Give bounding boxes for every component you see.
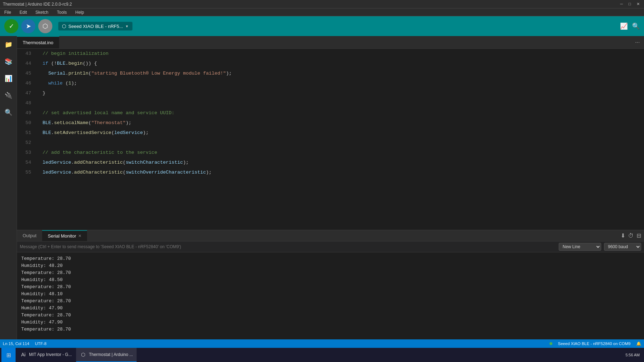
serial-output-line: Humidity: 47.90 — [21, 305, 640, 312]
status-dot — [550, 342, 552, 345]
tab-output[interactable]: Output — [17, 230, 42, 241]
code-line-43: 43 // begin initialization — [17, 49, 644, 59]
serial-output-line: Temperature: 28.70 — [21, 255, 640, 262]
tab-label: Thermostat.ino — [23, 40, 53, 45]
mit-app-label: MIT App Inventor - G... — [29, 352, 72, 357]
left-sidebar: 📁 📚 📊 🔌 🔍 — [0, 36, 17, 339]
board-dropdown-arrow: ▼ — [125, 24, 129, 28]
menu-bar: File Edit Sketch Tools Help — [0, 8, 644, 16]
arduino-app-icon: ⬡ — [80, 351, 87, 358]
code-line-45: 45 Serial.println("starting Bluetooth® L… — [17, 69, 644, 78]
mit-app-icon: Ai — [20, 351, 27, 358]
status-board[interactable]: Seeed XIAO BLE - nRF52840 on COM9 — [558, 341, 631, 346]
panel-clock-button[interactable]: ⏱ — [628, 233, 634, 239]
menu-sketch[interactable]: Sketch — [34, 9, 50, 16]
sidebar-icon-search[interactable]: 🔍 — [3, 107, 14, 118]
taskbar-app-mit[interactable]: Ai MIT App Inventor - G... — [16, 348, 75, 362]
close-button[interactable]: ✕ — [635, 2, 641, 6]
serial-output-line: Temperature: 28.70 — [21, 326, 640, 333]
code-editor[interactable]: 43 // begin initialization 44 if (!BLE.b… — [17, 49, 644, 230]
serial-output-line: Temperature: 28.70 — [21, 312, 640, 319]
debug-button[interactable]: ⬡ — [38, 19, 52, 33]
message-input[interactable] — [20, 244, 556, 249]
taskbar-right: 5:56 AM — [626, 353, 643, 357]
bottom-panel: Output Serial Monitor ✕ ⬇ ⏱ ⊟ No Line En… — [17, 230, 644, 339]
notification-icon: 🔔 — [636, 341, 641, 346]
panel-clear-button[interactable]: ⊟ — [637, 232, 641, 239]
code-line-52: 52 — [17, 138, 644, 148]
serial-output-line: Humidity: 47.90 — [21, 319, 640, 326]
upload-button[interactable]: ➤ — [21, 19, 35, 33]
serial-output-line: Humidity: 48.10 — [21, 291, 640, 298]
serial-monitor-close-button[interactable]: ✕ — [78, 234, 81, 238]
windows-icon: ⊞ — [6, 352, 11, 358]
status-position: Ln 15, Col 114 — [3, 341, 29, 346]
code-line-50: 50 BLE.setLocalName("Thermostat"); — [17, 118, 644, 128]
serial-monitor-area: No Line EndingNew LineCarriage ReturnBot… — [17, 241, 644, 339]
toolbar-right: 📈 🔍 — [620, 22, 640, 30]
panel-tabs: Output Serial Monitor ✕ ⬇ ⏱ ⊟ — [17, 230, 644, 241]
code-line-44: 44 if (!BLE.begin()) { — [17, 59, 644, 69]
serial-output[interactable]: Temperature: 28.70Humidity: 48.20Tempera… — [17, 252, 644, 339]
serial-output-line: Temperature: 28.70 — [21, 269, 640, 276]
chip-icon: ⬡ — [62, 23, 66, 29]
code-line-49: 49 // set advertised local name and serv… — [17, 108, 644, 118]
taskbar-app-arduino[interactable]: ⬡ Thermostat | Arduino ... — [76, 348, 137, 362]
tab-more-button[interactable]: ··· — [631, 36, 644, 48]
tab-bar: Thermostat.ino ··· — [17, 36, 644, 49]
line-ending-select[interactable]: No Line EndingNew LineCarriage ReturnBot… — [559, 243, 601, 251]
maximize-button[interactable]: □ — [627, 2, 632, 6]
status-encoding: UTF-8 — [35, 341, 47, 346]
code-line-55: 55 ledService.addCharacteristic(switchOv… — [17, 168, 644, 177]
board-selector[interactable]: ⬡ Seeed XIAO BLE - nRF5... ▼ — [58, 22, 133, 31]
editor-container: Thermostat.ino ··· 43 // begin initializ… — [17, 36, 644, 339]
code-line-54: 54 ledService.addCharacteristic(switchCh… — [17, 158, 644, 168]
title-text: Thermostat | Arduino IDE 2.0.0-rc9.2 — [3, 2, 619, 7]
code-line-51: 51 BLE.setAdvertisedService(ledService); — [17, 128, 644, 138]
baud-rate-select[interactable]: 300 baud1200 baud2400 baud4800 baud9600 … — [604, 243, 641, 251]
menu-edit[interactable]: Edit — [18, 9, 28, 16]
tab-serial-monitor[interactable]: Serial Monitor ✕ — [42, 230, 87, 241]
serial-plot-button[interactable]: 📈 — [620, 22, 628, 30]
arduino-app-label: Thermostat | Arduino ... — [89, 352, 133, 357]
tab-thermostat[interactable]: Thermostat.ino — [17, 36, 59, 48]
output-tab-label: Output — [23, 233, 36, 238]
menu-file[interactable]: File — [3, 9, 12, 16]
serial-monitor-tab-label: Serial Monitor — [48, 233, 76, 239]
start-button[interactable]: ⊞ — [1, 348, 16, 362]
sidebar-icon-book[interactable]: 📚 — [3, 56, 14, 67]
message-input-bar: No Line EndingNew LineCarriage ReturnBot… — [17, 241, 644, 252]
serial-output-line: Temperature: 28.70 — [21, 284, 640, 291]
board-name: Seeed XIAO BLE - nRF5... — [68, 24, 123, 29]
serial-output-line: Humidity: 48.50 — [21, 276, 640, 284]
minimize-button[interactable]: ─ — [619, 2, 625, 6]
main-area: 📁 📚 📊 🔌 🔍 Thermostat.ino ··· 43 // begin… — [0, 36, 644, 339]
code-line-48: 48 — [17, 98, 644, 108]
sidebar-icon-chart[interactable]: 📊 — [3, 73, 14, 84]
sidebar-icon-plug[interactable]: 🔌 — [3, 90, 14, 101]
serial-output-line: Temperature: 28.70 — [21, 298, 640, 305]
taskbar-time: 5:56 AM — [626, 353, 640, 357]
code-line-47: 47 } — [17, 88, 644, 98]
status-bar: Ln 15, Col 114 UTF-8 Seeed XIAO BLE - nR… — [0, 339, 644, 348]
panel-expand-button[interactable]: ⬇ — [621, 232, 625, 239]
menu-tools[interactable]: Tools — [56, 9, 68, 16]
title-bar: Thermostat | Arduino IDE 2.0.0-rc9.2 ─ □… — [0, 0, 644, 8]
toolbar: ✓ ➤ ⬡ ⬡ Seeed XIAO BLE - nRF5... ▼ 📈 🔍 — [0, 16, 644, 36]
menu-help[interactable]: Help — [74, 9, 86, 16]
code-line-46: 46 while (1); — [17, 78, 644, 88]
code-line-53: 53 // add the characteristic to the serv… — [17, 148, 644, 158]
sidebar-icon-folder[interactable]: 📁 — [3, 39, 14, 50]
panel-right-controls: ⬇ ⏱ ⊟ — [621, 232, 644, 239]
taskbar: ⊞ Ai MIT App Inventor - G... ⬡ Thermosta… — [0, 348, 644, 362]
verify-button[interactable]: ✓ — [4, 19, 18, 33]
serial-monitor-button[interactable]: 🔍 — [632, 22, 640, 30]
serial-output-line: Humidity: 48.20 — [21, 262, 640, 269]
